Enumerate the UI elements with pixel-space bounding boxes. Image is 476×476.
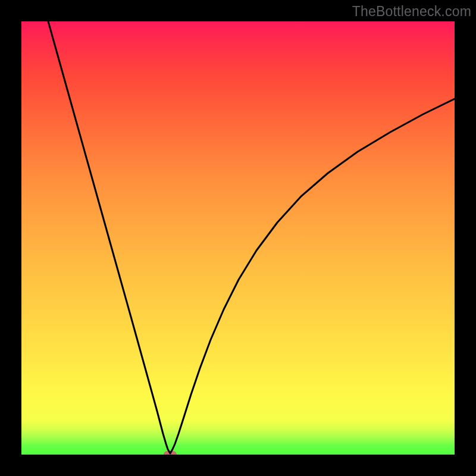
plot-area: [21, 21, 455, 455]
plot-svg: [21, 21, 455, 455]
curve-path: [48, 21, 455, 453]
watermark-text: TheBottleneck.com: [352, 4, 471, 20]
chart-frame: TheBottleneck.com: [0, 0, 476, 476]
